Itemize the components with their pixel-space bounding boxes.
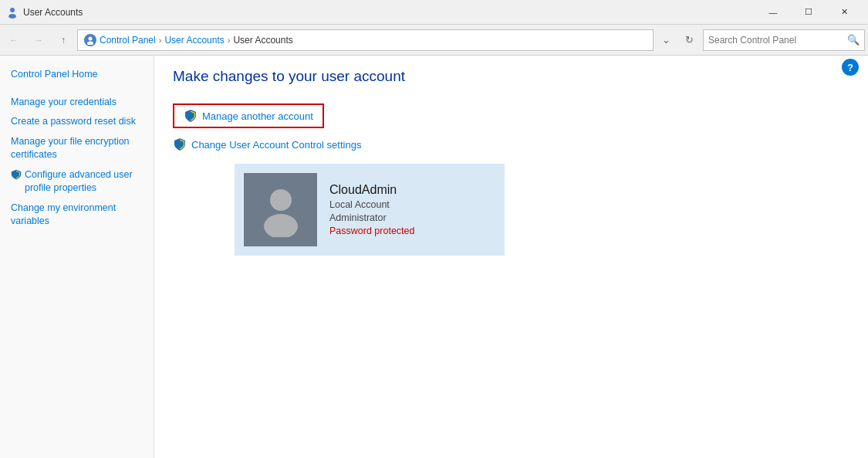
refresh-button[interactable]: ↻ xyxy=(678,29,700,51)
manage-another-account-label: Manage another account xyxy=(202,110,313,122)
up-button[interactable]: ↑ xyxy=(52,29,74,51)
breadcrumb-control-panel[interactable]: Control Panel xyxy=(100,35,156,46)
maximize-button[interactable]: ☐ xyxy=(791,0,826,25)
change-uac-label[interactable]: Change User Account Control settings xyxy=(191,139,361,151)
page-title: Make changes to your user account xyxy=(173,68,849,85)
shield-icon-sidebar xyxy=(11,169,22,180)
shield-icon-uac xyxy=(173,137,187,151)
breadcrumb-user-accounts-2: User Accounts xyxy=(233,35,292,46)
breadcrumb-user-accounts-1[interactable]: User Accounts xyxy=(164,35,224,46)
addressbar: ← → ↑ Control Panel › User Accounts › Us… xyxy=(0,25,868,56)
app-icon xyxy=(6,6,19,19)
search-input[interactable] xyxy=(708,35,847,46)
sidebar-link-advanced-profile-label: Configure advanced user profile properti… xyxy=(25,168,143,195)
minimize-button[interactable]: — xyxy=(755,0,791,25)
manage-another-account-box[interactable]: Manage another account xyxy=(173,103,324,128)
actions-section: Manage another account Change User Accou… xyxy=(173,103,849,151)
breadcrumb-icon xyxy=(84,34,96,46)
svg-point-3 xyxy=(87,41,93,45)
sidebar-home-link[interactable]: Control Panel Home xyxy=(0,65,154,85)
window-controls: — ☐ ✕ xyxy=(755,0,862,25)
help-button[interactable]: ? xyxy=(842,59,859,76)
close-button[interactable]: ✕ xyxy=(826,0,862,25)
sidebar-link-encryption[interactable]: Manage your file encryption certificates xyxy=(0,132,154,165)
forward-button[interactable]: → xyxy=(28,29,49,51)
sidebar: Control Panel Home Manage your credentia… xyxy=(0,56,154,458)
account-detail-protected: Password protected xyxy=(329,226,414,236)
breadcrumb-sep-2: › xyxy=(228,36,231,45)
breadcrumb-sep-1: › xyxy=(159,36,162,45)
search-box: 🔍 xyxy=(703,29,865,51)
sidebar-link-credentials[interactable]: Manage your credentials xyxy=(0,93,154,113)
svg-point-4 xyxy=(270,189,292,211)
account-avatar xyxy=(244,173,317,246)
account-detail-local: Local Account xyxy=(329,199,414,210)
account-detail-admin: Administrator xyxy=(329,212,414,223)
window-title: User Accounts xyxy=(23,7,83,18)
sidebar-link-advanced-profile[interactable]: Configure advanced user profile properti… xyxy=(0,165,154,198)
main-layout: Control Panel Home Manage your credentia… xyxy=(0,56,868,458)
account-name: CloudAdmin xyxy=(329,183,414,197)
account-card: CloudAdmin Local Account Administrator P… xyxy=(235,164,505,256)
sidebar-section: Control Panel Home Manage your credentia… xyxy=(0,65,154,232)
content-area: Make changes to your user account Manage… xyxy=(154,56,868,458)
back-button[interactable]: ← xyxy=(3,29,25,51)
svg-point-1 xyxy=(8,14,16,19)
sidebar-link-env-vars[interactable]: Change my environment variables xyxy=(0,198,154,232)
avatar-icon xyxy=(254,183,308,237)
svg-point-2 xyxy=(89,36,93,40)
sidebar-link-password-reset[interactable]: Create a password reset disk xyxy=(0,112,154,132)
breadcrumb-dropdown-button[interactable]: ⌄ xyxy=(657,29,675,51)
breadcrumb-bar: Control Panel › User Accounts › User Acc… xyxy=(77,29,654,51)
titlebar: User Accounts — ☐ ✕ xyxy=(0,0,868,25)
svg-point-5 xyxy=(264,214,298,237)
change-uac-action: Change User Account Control settings xyxy=(173,137,849,151)
svg-point-0 xyxy=(10,8,15,12)
account-info: CloudAdmin Local Account Administrator P… xyxy=(329,183,414,236)
shield-icon-manage xyxy=(184,109,198,123)
titlebar-left: User Accounts xyxy=(6,6,83,19)
search-button[interactable]: 🔍 xyxy=(847,34,860,46)
